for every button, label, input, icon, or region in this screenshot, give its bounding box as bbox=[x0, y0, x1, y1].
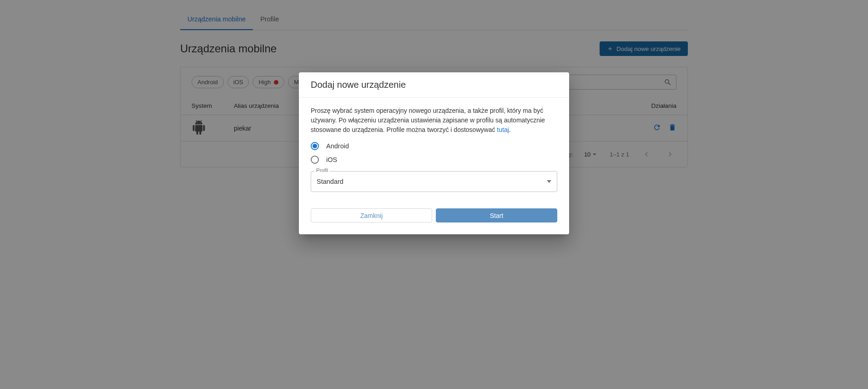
radio-ios[interactable]: iOS bbox=[311, 156, 557, 164]
radio-ios-label: iOS bbox=[326, 156, 337, 163]
add-device-modal: Dodaj nowe urządzenie Proszę wybrać syst… bbox=[299, 72, 569, 167]
radio-checked-icon bbox=[311, 142, 319, 150]
here-link[interactable]: tutaj bbox=[497, 126, 509, 133]
radio-android[interactable]: Android bbox=[311, 142, 557, 150]
modal-overlay[interactable]: Dodaj nowe urządzenie Proszę wybrać syst… bbox=[0, 0, 868, 167]
radio-unchecked-icon bbox=[311, 156, 319, 164]
radio-android-label: Android bbox=[326, 142, 349, 150]
modal-title: Dodaj nowe urządzenie bbox=[299, 72, 569, 98]
modal-description: Proszę wybrać system operacyjny nowego u… bbox=[311, 106, 557, 135]
